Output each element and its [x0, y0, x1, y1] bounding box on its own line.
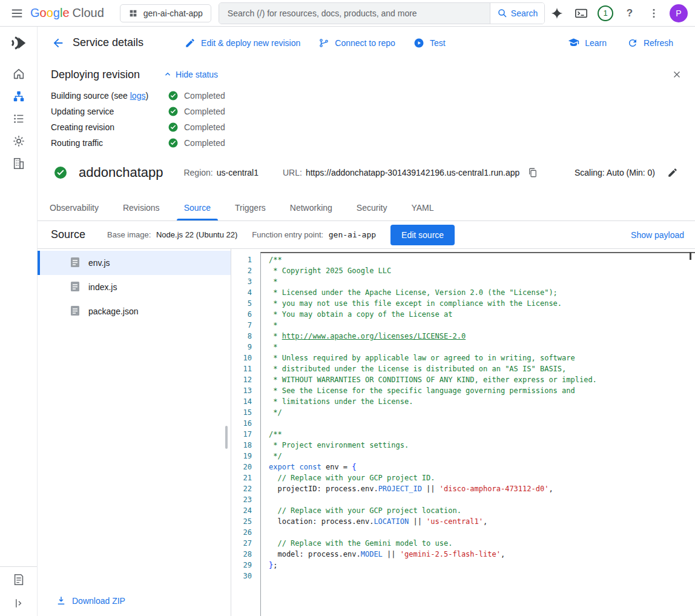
file-row-package-json[interactable]: package.json: [38, 299, 231, 323]
test-label: Test: [430, 38, 446, 48]
expand-panel-icon[interactable]: [12, 596, 26, 611]
line-number: 2: [231, 265, 260, 276]
organization-icon[interactable]: [12, 156, 26, 171]
status-label: Creating revision: [51, 122, 168, 132]
entry-point-label: Function entry point:: [252, 230, 323, 239]
code-line: /**: [269, 429, 695, 440]
tab-yaml[interactable]: YAML: [399, 194, 446, 220]
notification-badge[interactable]: 1: [593, 1, 618, 25]
refresh-label: Refresh: [644, 38, 673, 48]
code-line: * limitations under the License.: [269, 396, 695, 407]
appbar-right-cluster: 1 ? P: [545, 1, 688, 25]
code-line: // Replace with your GCP project ID.: [269, 472, 695, 483]
status-rows: Building source (see logs) Completed Upd…: [51, 88, 680, 151]
release-notes-icon[interactable]: [12, 572, 26, 587]
home-icon[interactable]: [12, 67, 26, 81]
integrations-gear-icon[interactable]: [12, 134, 26, 148]
tab-label: Revisions: [123, 203, 160, 213]
search-button[interactable]: Search: [490, 3, 544, 24]
edit-scaling-pencil-icon[interactable]: [665, 165, 680, 180]
refresh-icon: [627, 38, 638, 48]
code-line: * WITHOUT WARRANTIES OR CONDITIONS OF AN…: [269, 374, 695, 385]
tab-revisions[interactable]: Revisions: [111, 194, 172, 220]
line-number: 4: [231, 287, 260, 298]
cloud-shell-icon[interactable]: [569, 1, 593, 25]
copy-icon[interactable]: [525, 165, 540, 180]
search-icon: [497, 8, 508, 19]
check-circle-icon: [168, 90, 179, 101]
pencil-icon: [185, 38, 196, 48]
line-number: 18: [231, 440, 260, 451]
hide-status-button[interactable]: Hide status: [163, 70, 218, 79]
scaling-info: Scaling: Auto (Min: 0): [575, 168, 655, 177]
code-line: [269, 527, 695, 538]
help-icon[interactable]: ?: [618, 1, 642, 25]
tab-source[interactable]: Source: [172, 194, 223, 220]
file-panel: env.js index.js package.json Download ZI…: [38, 249, 231, 616]
show-payload-link[interactable]: Show payload: [631, 230, 684, 240]
tab-networking[interactable]: Networking: [278, 194, 344, 220]
repo-icon: [318, 38, 329, 48]
region-label: Region:: [183, 168, 212, 177]
file-icon: [70, 281, 80, 294]
line-number: 21: [231, 472, 260, 483]
entry-point-value: gen-ai-app: [329, 230, 376, 239]
test-button[interactable]: Test: [406, 33, 453, 53]
code-line: * Unless required by applicable law or a…: [269, 353, 695, 363]
url-value[interactable]: https://addonchatapp-301439142196.us-cen…: [306, 168, 519, 177]
code-line: */: [269, 407, 695, 418]
jobs-list-icon[interactable]: [12, 111, 26, 126]
gemini-icon[interactable]: [545, 1, 569, 25]
line-number: 17: [231, 429, 260, 440]
logs-link[interactable]: logs: [130, 91, 146, 101]
code-line: * distributed under the License is distr…: [269, 363, 695, 374]
refresh-button[interactable]: Refresh: [620, 32, 680, 53]
file-name: package.json: [88, 306, 139, 316]
services-icon[interactable]: [12, 89, 26, 104]
edit-source-button[interactable]: Edit source: [390, 225, 455, 245]
line-number: 3: [231, 276, 260, 287]
tab-triggers[interactable]: Triggers: [223, 194, 278, 220]
editor-scrollbar[interactable]: [690, 252, 691, 260]
avatar[interactable]: P: [670, 4, 688, 22]
download-icon: [56, 595, 67, 606]
base-image-label: Base image:: [107, 230, 151, 239]
code-line: *: [269, 342, 695, 353]
back-arrow-icon[interactable]: [46, 31, 70, 55]
edit-deploy-button[interactable]: Edit & deploy new revision: [177, 33, 308, 53]
file-panel-scrollbar[interactable]: [225, 426, 228, 449]
close-icon[interactable]: [668, 66, 685, 83]
connect-repo-button[interactable]: Connect to repo: [311, 33, 403, 53]
code-line: */: [269, 451, 695, 462]
more-vert-icon[interactable]: [642, 1, 666, 25]
tab-label: Security: [357, 203, 387, 213]
edit-deploy-label: Edit & deploy new revision: [201, 38, 300, 48]
line-number: 9: [231, 342, 260, 353]
code-editor[interactable]: 1234567891011121314151617181920212223242…: [231, 249, 695, 616]
line-number: 29: [231, 560, 260, 571]
download-zip-button[interactable]: Download ZIP: [56, 595, 125, 606]
check-circle-icon: [168, 122, 179, 133]
download-zip-label: Download ZIP: [72, 596, 125, 606]
project-selector[interactable]: gen-ai-chat-app: [120, 4, 211, 22]
code-line: };: [269, 560, 695, 571]
tab-bar: Observability Revisions Source Triggers …: [38, 194, 695, 221]
region-value: us-central1: [217, 168, 259, 177]
code-line: projectID: process.env.PROJECT_ID || 'di…: [269, 483, 695, 494]
deploy-status-panel: Deploying revision Hide status Building …: [38, 59, 695, 151]
connect-repo-label: Connect to repo: [335, 38, 395, 48]
line-numbers: 1234567891011121314151617181920212223242…: [231, 252, 260, 616]
file-name: env.js: [88, 258, 110, 268]
file-row-index-js[interactable]: index.js: [38, 275, 231, 299]
menu-icon[interactable]: [5, 1, 29, 25]
tab-security[interactable]: Security: [344, 194, 400, 220]
line-number: 22: [231, 483, 260, 494]
code-line: model: process.env.MODEL || 'gemini-2.5-…: [269, 549, 695, 560]
line-number: 10: [231, 353, 260, 363]
search-input[interactable]: [219, 3, 490, 24]
learn-button[interactable]: Learn: [561, 32, 614, 53]
line-number: 23: [231, 494, 260, 505]
tab-observability[interactable]: Observability: [38, 194, 111, 220]
line-number: 12: [231, 374, 260, 385]
file-row-env-js[interactable]: env.js: [38, 251, 231, 275]
